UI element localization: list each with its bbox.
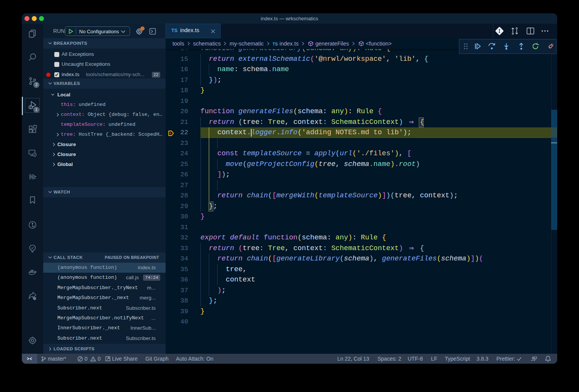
svg-text:N: N — [29, 173, 34, 181]
